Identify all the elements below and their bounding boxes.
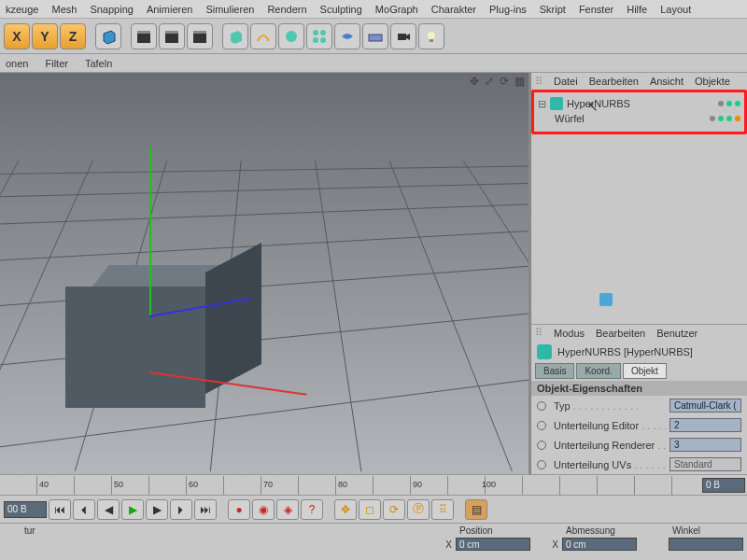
menu-simulate[interactable]: Simulieren xyxy=(205,4,254,15)
menu-layout[interactable]: Layout xyxy=(660,4,691,15)
am-user[interactable]: Benutzer xyxy=(656,328,698,339)
om-file[interactable]: Datei xyxy=(554,76,578,87)
zoom-icon[interactable]: ⤢ xyxy=(485,75,494,88)
subdiv-renderer-field[interactable]: 3 xyxy=(669,438,741,452)
autokey-button[interactable]: ◉ xyxy=(252,499,275,520)
menu-mograph[interactable]: MoGraph xyxy=(375,4,418,15)
subdiv-editor-field[interactable]: 2 xyxy=(669,418,741,432)
record-button[interactable]: ● xyxy=(228,499,250,520)
menu-mesh[interactable]: Mesh xyxy=(51,4,77,15)
om-view[interactable]: Ansicht xyxy=(650,76,684,87)
am-edit[interactable]: Bearbeiten xyxy=(596,328,645,339)
am-mode[interactable]: Modus xyxy=(554,328,585,339)
ang-field[interactable] xyxy=(669,538,743,551)
svg-rect-13 xyxy=(369,35,382,41)
timeline-start-field[interactable]: 0 B xyxy=(702,478,745,493)
structure-tab[interactable]: tur xyxy=(4,525,35,536)
orbit-icon[interactable]: ⟳ xyxy=(500,75,509,88)
svg-point-12 xyxy=(320,37,326,43)
svg-rect-1 xyxy=(137,34,150,43)
menu-plugins[interactable]: Plug-ins xyxy=(489,4,527,15)
current-frame-field[interactable]: 00 B xyxy=(4,501,47,518)
menu-animate[interactable]: Animieren xyxy=(147,4,193,15)
scale-key-button[interactable]: ◻ xyxy=(359,499,381,520)
attribute-manager-menu: ⠿ Modus Bearbeiten Benutzer xyxy=(531,324,747,341)
keyopt-button[interactable]: ? xyxy=(301,499,323,520)
object-manager-menu: ⠿ Datei Bearbeiten Ansicht Objekte xyxy=(531,73,747,90)
axis-z-button[interactable]: Z xyxy=(60,23,86,49)
pan-icon[interactable]: ✥ xyxy=(470,75,479,88)
sub-filter[interactable]: Filter xyxy=(45,58,67,69)
tab-koord[interactable]: Koord. xyxy=(576,363,620,379)
main-menubar: kzeuge Mesh Snapping Animieren Simuliere… xyxy=(0,0,747,19)
radio-icon[interactable] xyxy=(537,460,546,469)
menu-sculpt[interactable]: Sculpting xyxy=(320,4,362,15)
maximize-icon[interactable]: ▦ xyxy=(514,75,525,88)
menu-window[interactable]: Fenster xyxy=(579,4,613,15)
step-back-button[interactable]: ◀ xyxy=(97,499,120,520)
nurbs-button[interactable] xyxy=(278,23,304,49)
clapper3-button[interactable] xyxy=(187,23,213,49)
menu-script[interactable]: Skript xyxy=(540,4,566,15)
goto-start-button[interactable]: ⏮ xyxy=(49,499,71,520)
om-edit[interactable]: Bearbeiten xyxy=(589,76,639,87)
svg-marker-15 xyxy=(406,34,410,40)
goto-end-button[interactable]: ⏭ xyxy=(194,499,217,520)
cube-object[interactable] xyxy=(65,273,205,413)
light-button[interactable] xyxy=(418,23,444,49)
next-key-button[interactable]: ⏵ xyxy=(170,499,192,520)
menu-snapping[interactable]: Snapping xyxy=(90,4,134,15)
radio-icon[interactable] xyxy=(537,421,546,430)
tree-row-cube[interactable]: Würfel xyxy=(538,111,740,126)
angle-header: Winkel xyxy=(652,525,743,536)
spline-button[interactable] xyxy=(250,23,276,49)
rot-key-button[interactable]: ⟳ xyxy=(383,499,405,520)
svg-marker-7 xyxy=(231,31,242,44)
play-button[interactable]: ▶ xyxy=(121,499,144,520)
clapper1-button[interactable] xyxy=(131,23,157,49)
transport-bar: 00 B ⏮ ⏴ ◀ ▶ ▶ ⏵ ⏭ ● ◉ ◈ ? ✥ ◻ ⟳ Ⓟ ⠿ ▤ xyxy=(0,495,747,523)
primitive-cube-button[interactable] xyxy=(95,23,121,49)
pos-key-button[interactable]: ✥ xyxy=(334,499,357,520)
axis-x-button[interactable]: X xyxy=(4,23,30,49)
svg-point-8 xyxy=(286,31,297,42)
camera-button[interactable] xyxy=(390,23,416,49)
svg-line-31 xyxy=(463,161,529,471)
clapper2-button[interactable] xyxy=(159,23,185,49)
tab-basis[interactable]: Basis xyxy=(535,363,574,379)
sub-options[interactable]: onen xyxy=(6,58,28,69)
typ-dropdown[interactable]: Catmull-Clark ( xyxy=(669,399,741,413)
subdiv-uvs-field[interactable]: Standard xyxy=(669,457,741,471)
prev-key-button[interactable]: ⏴ xyxy=(73,499,95,520)
filmstrip-button[interactable]: ▤ xyxy=(465,499,487,520)
3d-viewport[interactable]: ✥ ⤢ ⟳ ▦ xyxy=(0,73,530,474)
axis-y-button[interactable]: Y xyxy=(32,23,58,49)
keysel-button[interactable]: ◈ xyxy=(276,499,299,520)
step-fwd-button[interactable]: ▶ xyxy=(146,499,168,520)
axis-y[interactable] xyxy=(149,147,151,315)
menu-render[interactable]: Rendern xyxy=(267,4,306,15)
param-key-button[interactable]: Ⓟ xyxy=(407,499,430,520)
pla-key-button[interactable]: ⠿ xyxy=(431,499,454,520)
radio-icon[interactable] xyxy=(537,401,546,411)
prim1-button[interactable] xyxy=(222,23,248,49)
prop-subdiv-editor: Unterteilung Editor 2 xyxy=(531,415,747,435)
attribute-tabs: Basis Koord. Objekt xyxy=(531,363,747,379)
array-button[interactable] xyxy=(306,23,332,49)
pos-x-field[interactable] xyxy=(456,538,530,551)
timeline-ruler[interactable]: 40 50 60 70 80 90 100 xyxy=(0,476,700,495)
svg-line-18 xyxy=(0,165,529,175)
menu-help[interactable]: Hilfe xyxy=(627,4,647,15)
radio-icon[interactable] xyxy=(537,441,546,450)
deform-button[interactable] xyxy=(334,23,360,49)
svg-line-29 xyxy=(316,161,372,471)
sub-panels[interactable]: Tafeln xyxy=(85,58,112,69)
menu-character[interactable]: Charakter xyxy=(431,4,476,15)
floor-button[interactable] xyxy=(362,23,388,49)
svg-line-25 xyxy=(0,161,19,471)
om-objects[interactable]: Objekte xyxy=(695,76,730,87)
dim-x-field[interactable] xyxy=(562,538,637,551)
menu-tools[interactable]: kzeuge xyxy=(6,4,38,15)
tree-row-hypernurbs[interactable]: ⊟ HyperNURBS ↖ xyxy=(538,96,740,111)
tab-objekt[interactable]: Objekt xyxy=(623,363,667,379)
